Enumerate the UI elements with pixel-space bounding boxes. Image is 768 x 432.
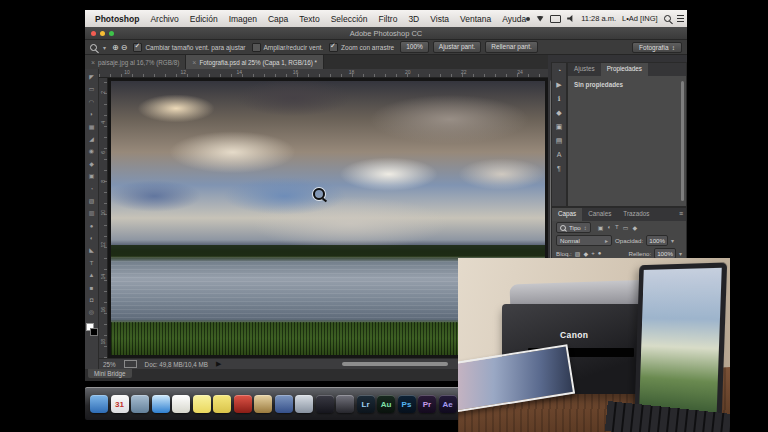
dock-premiere[interactable]: Pr bbox=[418, 395, 436, 413]
menu-item[interactable]: Edición bbox=[190, 14, 218, 24]
dock-photo-booth[interactable] bbox=[336, 395, 354, 413]
spotlight-icon[interactable] bbox=[664, 15, 671, 22]
info-icon[interactable]: ℹ bbox=[558, 95, 561, 102]
zoom-tool-icon[interactable] bbox=[90, 44, 97, 51]
menu-item[interactable]: Ayuda bbox=[502, 14, 526, 24]
type-filter-icon[interactable]: T bbox=[615, 224, 619, 231]
document-tab[interactable]: × paisaje.jpg al 16,7% (RGB/8) bbox=[85, 55, 186, 69]
menu-item[interactable]: Texto bbox=[299, 14, 319, 24]
dodge-tool[interactable]: ◐ bbox=[90, 232, 94, 244]
pen-tool[interactable]: ◣ bbox=[89, 244, 94, 256]
path-selection-tool[interactable]: ▲ bbox=[89, 269, 95, 281]
panel-tab[interactable]: Propiedades bbox=[601, 63, 648, 76]
panel-tab[interactable]: Capas bbox=[552, 208, 582, 221]
volume-icon[interactable] bbox=[567, 15, 575, 22]
shape-filter-icon[interactable]: ▭ bbox=[623, 224, 629, 231]
dock-photos[interactable] bbox=[275, 395, 293, 413]
gradient-tool[interactable]: ▥ bbox=[89, 207, 95, 219]
panel-tab[interactable]: Canales bbox=[582, 208, 617, 221]
minimize-window-button[interactable] bbox=[100, 31, 105, 36]
document-tab[interactable]: × Fotografia.psd al 25% (Capa 1, RGB/16)… bbox=[186, 55, 324, 69]
option-checkbox-group[interactable]: Zoom con arrastre bbox=[329, 43, 394, 52]
canvas-horizontal-scrollbar[interactable] bbox=[342, 362, 448, 366]
shape-tool[interactable]: ■ bbox=[90, 282, 94, 294]
layer-filter-dropdown[interactable]: Tipo ↕ bbox=[556, 222, 591, 233]
input-source-menu[interactable]: L•Ad [ING] bbox=[622, 14, 658, 23]
dock-calendar[interactable]: 31 bbox=[111, 395, 129, 413]
opacity-field[interactable]: 100% bbox=[646, 235, 668, 246]
history-brush-tool[interactable]: ◔ bbox=[90, 183, 94, 195]
dock-finder[interactable] bbox=[90, 395, 108, 413]
clock[interactable]: 11:28 a.m. bbox=[581, 14, 616, 23]
checkbox[interactable] bbox=[133, 43, 142, 52]
option-checkbox-group[interactable]: Ampliar/reducir vent. bbox=[252, 43, 324, 52]
checkbox[interactable] bbox=[252, 43, 261, 52]
brush-presets-icon[interactable]: ◆ bbox=[556, 109, 561, 116]
status-options-arrow-icon[interactable]: ▶ bbox=[216, 360, 221, 368]
panel-menu-icon[interactable]: ≡ bbox=[679, 208, 686, 221]
dock-aftereffects[interactable]: Ae bbox=[439, 395, 457, 413]
fill-caret-icon[interactable]: ▾ bbox=[679, 250, 682, 257]
clone-source-icon[interactable]: ▣ bbox=[556, 123, 563, 130]
tool-preset-caret-icon[interactable]: ▾ bbox=[103, 44, 106, 51]
clone-stamp-tool[interactable]: ▣ bbox=[89, 170, 95, 182]
wifi-icon[interactable] bbox=[536, 16, 544, 22]
menu-item[interactable]: Capa bbox=[268, 14, 288, 24]
dock-quicktime[interactable] bbox=[295, 395, 313, 413]
dock-preview[interactable] bbox=[131, 395, 149, 413]
adjustment-filter-icon[interactable]: ◐ bbox=[607, 224, 611, 231]
move-tool[interactable]: ◤ bbox=[89, 71, 94, 83]
zoom-window-button[interactable] bbox=[109, 31, 114, 36]
paragraph-icon[interactable]: ¶ bbox=[557, 165, 561, 172]
dock-photoshop[interactable]: Ps bbox=[398, 395, 416, 413]
menu-item[interactable]: Selección bbox=[331, 14, 368, 24]
menu-item[interactable]: Vista bbox=[430, 14, 449, 24]
pixel-filter-icon[interactable]: ▣ bbox=[598, 224, 604, 231]
option-checkbox-group[interactable]: Cambiar tamaño vent. para ajustar bbox=[133, 43, 245, 52]
dock-iphoto[interactable] bbox=[254, 395, 272, 413]
background-color-swatch[interactable] bbox=[90, 328, 98, 336]
eyedropper-tool[interactable]: ◢ bbox=[89, 133, 94, 145]
menu-item[interactable]: Filtro bbox=[379, 14, 398, 24]
dock-audition[interactable]: Au bbox=[377, 395, 395, 413]
lock-pixels-icon[interactable]: ◆ bbox=[584, 250, 589, 257]
smart-filter-icon[interactable]: ◆ bbox=[632, 224, 637, 231]
close-window-button[interactable] bbox=[91, 31, 96, 36]
opacity-caret-icon[interactable]: ▾ bbox=[671, 237, 674, 244]
fit-screen-button[interactable]: Ajustar pant. bbox=[433, 41, 482, 53]
zoom-level-field[interactable]: 25% bbox=[103, 361, 116, 368]
bluetooth-icon[interactable] bbox=[526, 17, 530, 21]
menu-item[interactable]: Archivo bbox=[150, 14, 178, 24]
checkbox[interactable] bbox=[329, 43, 338, 52]
menu-item[interactable]: Ventana bbox=[460, 14, 491, 24]
quick-selection-tool[interactable]: ◗ bbox=[90, 108, 94, 120]
history-icon[interactable]: ◔ bbox=[557, 67, 561, 74]
menu-item[interactable]: Imagen bbox=[229, 14, 257, 24]
blur-tool[interactable]: ● bbox=[90, 220, 94, 232]
close-tab-icon[interactable]: × bbox=[91, 59, 95, 66]
dock-textedit[interactable] bbox=[172, 395, 190, 413]
actions-icon[interactable]: ▶ bbox=[556, 81, 561, 88]
zoom-100-button[interactable]: 100% bbox=[400, 41, 429, 53]
lock-position-icon[interactable]: + bbox=[591, 250, 595, 257]
character-icon[interactable]: A bbox=[557, 151, 562, 158]
display-icon[interactable] bbox=[550, 15, 561, 23]
eraser-tool[interactable]: ▨ bbox=[89, 195, 95, 207]
lock-transparency-icon[interactable]: ▨ bbox=[575, 250, 581, 257]
dock-dvd-player[interactable] bbox=[234, 395, 252, 413]
dock-lightroom[interactable]: Lr bbox=[357, 395, 375, 413]
window-title-bar[interactable]: Adobe Photoshop CC bbox=[85, 27, 687, 40]
crop-tool[interactable]: ▦ bbox=[89, 121, 95, 133]
lasso-tool[interactable]: ◠ bbox=[89, 96, 94, 108]
properties-scrollbar[interactable] bbox=[681, 81, 684, 201]
dock-notes[interactable] bbox=[213, 395, 231, 413]
zoom-out-button[interactable]: ⊖ bbox=[121, 43, 128, 52]
panel-tab[interactable]: Trazados bbox=[617, 208, 655, 221]
lock-all-icon[interactable]: ● bbox=[598, 250, 602, 257]
close-tab-icon[interactable]: × bbox=[192, 59, 196, 66]
dock-stickies[interactable] bbox=[193, 395, 211, 413]
marquee-tool[interactable]: ▭ bbox=[89, 83, 95, 95]
workspace-switcher[interactable]: Fotografía ↕ bbox=[632, 42, 682, 53]
type-tool[interactable]: T bbox=[90, 257, 94, 269]
zoom-tool[interactable]: ◎ bbox=[89, 306, 94, 318]
